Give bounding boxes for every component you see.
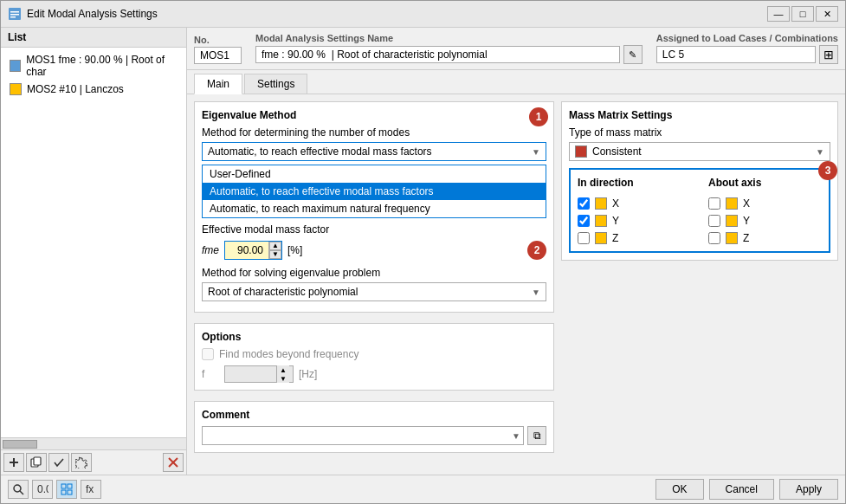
no-label: No. <box>194 35 242 45</box>
list-header: List <box>1 28 186 48</box>
svg-rect-3 <box>10 16 16 18</box>
comment-input[interactable] <box>202 426 524 445</box>
axis-z-checkbox[interactable] <box>708 232 720 244</box>
axis-y-row: Y <box>708 215 822 227</box>
solving-label: Method for solving eigenvalue problem <box>202 267 546 279</box>
axis-x-color <box>726 197 738 210</box>
svg-rect-7 <box>34 457 41 465</box>
svg-rect-1 <box>10 11 19 13</box>
direction-box: 3 In direction X <box>569 168 830 253</box>
minimize-button[interactable]: — <box>767 6 790 22</box>
fme-spinners: ▲ ▼ <box>268 242 281 259</box>
list-toolbar <box>1 449 186 475</box>
add-button[interactable] <box>3 453 24 472</box>
check-button[interactable] <box>48 453 69 472</box>
dropdown-item[interactable]: Automatic, to reach maximum natural freq… <box>203 200 546 217</box>
comment-copy-button[interactable]: ⧉ <box>527 426 546 445</box>
tab-main[interactable]: Main <box>194 74 242 94</box>
f-unit: [Hz] <box>299 368 317 380</box>
comment-section: Comment ▼ ⧉ <box>194 401 554 453</box>
formula-button[interactable]: fx <box>81 480 101 499</box>
fme-up-button[interactable]: ▲ <box>269 242 281 250</box>
find-modes-checkbox[interactable] <box>202 348 214 360</box>
content-left: Eigenvalue Method 1 Method for determini… <box>194 101 554 468</box>
fme-down-button[interactable]: ▼ <box>269 250 281 259</box>
fme-input-container: 90.00 ▲ ▼ <box>224 241 282 260</box>
freq-down-button[interactable]: ▼ <box>277 374 289 383</box>
name-input[interactable] <box>255 46 620 63</box>
solving-method-section: Method for solving eigenvalue problem Ro… <box>202 267 546 301</box>
assigned-input[interactable] <box>656 46 816 63</box>
name-label: Modal Analysis Settings Name <box>255 33 643 43</box>
tab-settings[interactable]: Settings <box>244 74 307 94</box>
svg-line-11 <box>20 491 23 494</box>
svg-text:fx: fx <box>86 483 94 495</box>
mass-type-dropdown[interactable]: Consistent ▼ <box>569 142 830 161</box>
close-button[interactable]: ✕ <box>816 6 838 22</box>
horizontal-scrollbar[interactable] <box>1 437 186 449</box>
assigned-label: Assigned to Load Cases / Combinations <box>656 33 838 43</box>
svg-rect-15 <box>61 490 66 494</box>
list-item[interactable]: MOS1 fme : 90.00 % | Root of char <box>4 51 183 81</box>
direction-x-color <box>595 197 607 210</box>
axis-y-checkbox[interactable] <box>708 215 720 227</box>
assigned-group: Assigned to Load Cases / Combinations ⊞ <box>656 33 838 64</box>
number-button[interactable]: 0.00 <box>32 480 53 499</box>
fme-unit: [%] <box>287 244 302 256</box>
axis-z-row: Z <box>708 232 822 244</box>
consistent-color <box>575 145 587 158</box>
method-dropdown[interactable]: Automatic, to reach effective modal mass… <box>202 142 546 161</box>
axis-x-checkbox[interactable] <box>708 197 720 210</box>
delete-button[interactable] <box>163 453 184 472</box>
axis-y-label: Y <box>743 215 750 227</box>
badge-2: 2 <box>527 241 546 260</box>
direction-y-label: Y <box>612 215 619 227</box>
solving-dropdown[interactable]: Root of characteristic polynomial ▼ <box>202 282 546 301</box>
no-value: MOS1 <box>194 47 242 64</box>
left-panel: List MOS1 fme : 90.00 % | Root of char M… <box>1 28 187 475</box>
fme-row: fme 90.00 ▲ ▼ [%] 2 <box>202 241 546 260</box>
maximize-button[interactable]: □ <box>791 6 814 22</box>
content-area: Eigenvalue Method 1 Method for determini… <box>187 94 845 475</box>
fme-label: fme <box>202 244 219 256</box>
svg-rect-16 <box>68 490 72 494</box>
no-group: No. MOS1 <box>194 35 242 64</box>
options-title: Options <box>202 331 546 343</box>
edit-name-button[interactable]: ✎ <box>623 45 643 64</box>
f-label: f <box>202 368 219 380</box>
top-info: No. MOS1 Modal Analysis Settings Name ✎ … <box>187 28 845 70</box>
assigned-field-row: ⊞ <box>656 45 838 64</box>
dropdown-item[interactable]: User-Defined <box>203 165 546 183</box>
direction-z-color <box>595 232 607 244</box>
direction-z-checkbox[interactable] <box>578 232 590 244</box>
search-button[interactable] <box>8 480 29 499</box>
scrollbar-thumb[interactable] <box>3 440 37 449</box>
duplicate-button[interactable] <box>26 453 47 472</box>
dropdown-item[interactable]: Automatic, to reach effective modal mass… <box>203 183 546 200</box>
direction-x-checkbox[interactable] <box>578 197 590 210</box>
grid-button[interactable] <box>56 480 77 499</box>
svg-rect-14 <box>68 484 72 488</box>
apply-button[interactable]: Apply <box>779 479 838 500</box>
direction-y-row: Y <box>578 215 691 227</box>
eigenvalue-title: Eigenvalue Method <box>202 109 546 121</box>
main-window: Edit Modal Analysis Settings — □ ✕ List … <box>0 0 846 504</box>
direction-x-label: X <box>612 197 619 210</box>
freq-up-button[interactable]: ▲ <box>277 365 289 374</box>
main-content: List MOS1 fme : 90.00 % | Root of char M… <box>1 28 845 475</box>
svg-rect-13 <box>61 484 66 488</box>
chevron-down-icon: ▼ <box>532 147 540 157</box>
options-section: Options Find modes beyond frequency f ▲ <box>194 323 554 391</box>
ok-button[interactable]: OK <box>655 479 703 500</box>
direction-y-checkbox[interactable] <box>578 215 590 227</box>
frequency-input[interactable]: ▲ ▼ <box>224 365 294 383</box>
list-item[interactable]: MOS2 #10 | Lanczos <box>4 81 183 98</box>
axis-x-label: X <box>743 197 750 210</box>
tabs: Main Settings <box>187 70 845 94</box>
axis-x-row: X <box>708 197 822 210</box>
settings-button[interactable] <box>71 453 92 472</box>
cancel-button[interactable]: Cancel <box>709 479 774 500</box>
assigned-grid-button[interactable]: ⊞ <box>819 45 838 64</box>
comment-row: ▼ ⧉ <box>202 426 546 445</box>
titlebar: Edit Modal Analysis Settings — □ ✕ <box>1 1 845 28</box>
